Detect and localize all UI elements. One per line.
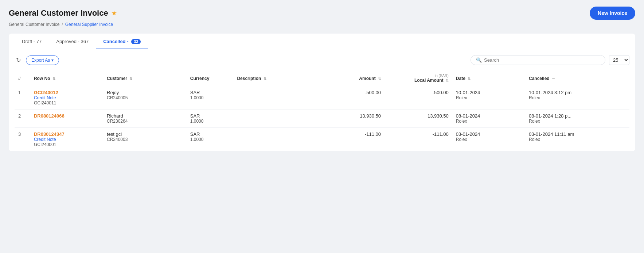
cancelled-badge: 33 [131,39,141,44]
tabs-row: Draft - 77 Approved - 367 Cancelled - 33 [9,34,635,49]
cell-localamt: 13,930.50 [385,110,452,128]
cell-num: 1 [15,86,30,110]
customer-ref: CR230264 [107,119,183,124]
cell-date: 10-01-2024 Rolex [452,86,525,110]
breadcrumb-link[interactable]: General Supplier Invoice [65,22,113,27]
col-header-rowno[interactable]: Row No ⇅ [30,71,103,86]
cell-amount: -111.00 [317,128,385,151]
credit-note-link[interactable]: Credit Note [34,95,99,100]
cell-rowno: DR080124066 [30,110,103,128]
breadcrumb-current: General Customer Invoice [9,22,59,27]
currency-code: SAR [190,131,200,137]
tab-approved[interactable]: Approved - 367 [49,34,96,49]
cell-customer: test gci CR240003 [103,128,187,151]
credit-note-link[interactable]: Credit Note [34,137,99,142]
cell-description [233,86,317,110]
cell-cancelled: 03-01-2024 11:11 am Rolex [525,128,629,151]
invoices-table: # Row No ⇅ Customer ⇅ Currency Descripti [15,71,629,151]
cell-description [233,128,317,151]
col-header-date[interactable]: Date ⇅ [452,71,525,86]
sort-customer-icon: ⇅ [129,77,132,81]
cell-amount: -500.00 [317,86,385,110]
col-header-currency: Currency [187,71,234,86]
table-row: 1 GCI240012 Credit Note GCI240011 Rejoy … [15,86,629,110]
cell-date: 03-01-2024 Rolex [452,128,525,151]
cancelled-sub: Rolex [529,137,626,142]
search-input[interactable] [484,57,600,63]
cell-currency: SAR 1.0000 [187,86,234,110]
new-invoice-button[interactable]: New Invoice [590,7,635,20]
cell-rowno: DR030124347 Credit Note GCI240001 [30,128,103,151]
cell-localamt: -500.00 [385,86,452,110]
search-box: 🔍 [471,55,605,65]
cell-currency: SAR 1.0000 [187,128,234,151]
col-header-description[interactable]: Description ⇅ [233,71,317,86]
col-header-hash: # [15,71,30,86]
invoice-id-link[interactable]: DR030124347 [34,131,99,137]
chevron-down-icon: ▾ [51,58,54,63]
cancelled-col-dots: ··· [552,77,555,81]
cancelled-datetime: 08-01-2024 1:28 p... [529,113,571,119]
cancelled-sub: Rolex [529,95,626,100]
tab-draft[interactable]: Draft - 77 [15,34,49,49]
col-header-localamt[interactable]: in (SAR) Local Amount ⇅ [385,71,452,86]
cell-num: 2 [15,110,30,128]
sub-invoice-id: GCI240011 [34,100,99,106]
date-value: 10-01-2024 [456,90,480,95]
star-icon[interactable]: ★ [111,9,117,17]
date-sub: Rolex [456,95,522,100]
cell-currency: SAR 1.0000 [187,110,234,128]
col-header-customer[interactable]: Customer ⇅ [103,71,187,86]
per-page-select[interactable]: 25 50 100 [609,55,629,65]
date-value: 03-01-2024 [456,131,480,137]
cell-customer: Rejoy CR240005 [103,86,187,110]
currency-rate: 1.0000 [190,137,230,142]
invoice-id-link[interactable]: GCI240012 [34,90,99,95]
export-as-button[interactable]: Export As ▾ [26,55,59,65]
cancelled-datetime: 03-01-2024 11:11 am [529,131,574,137]
col-header-amount[interactable]: Amount ⇅ [317,71,385,86]
cell-description [233,110,317,128]
col-header-cancelled: Cancelled ··· [525,71,629,86]
sort-desc-icon: ⇅ [264,77,266,81]
tab-cancelled[interactable]: Cancelled - 33 [96,34,148,49]
sort-rowno-icon: ⇅ [52,77,55,81]
table-row: 2 DR080124066 Richard CR230264 SAR 1.000… [15,110,629,128]
sort-localamt-icon: ⇅ [446,78,449,83]
cell-num: 3 [15,128,30,151]
sort-date-icon: ⇅ [468,77,471,81]
customer-ref: CR240005 [107,95,183,100]
currency-code: SAR [190,113,200,119]
customer-ref: CR240003 [107,137,183,142]
currency-code: SAR [190,90,200,95]
breadcrumb: General Customer Invoice / General Suppl… [9,22,635,27]
cell-date: 08-01-2024 Rolex [452,110,525,128]
date-sub: Rolex [456,137,522,142]
cell-customer: Richard CR230264 [103,110,187,128]
cell-cancelled: 08-01-2024 1:28 p... Rolex [525,110,629,128]
cell-amount: 13,930.50 [317,110,385,128]
date-value: 08-01-2024 [456,113,480,119]
customer-name: Richard [107,113,123,119]
cell-localamt: -111.00 [385,128,452,151]
content-area: ↻ Export As ▾ 🔍 25 50 100 [9,49,635,151]
currency-rate: 1.0000 [190,119,230,124]
cell-cancelled: 10-01-2024 3:12 pm Rolex [525,86,629,110]
toolbar: ↻ Export As ▾ 🔍 25 50 100 [15,55,629,65]
customer-name: test gci [107,131,122,137]
invoice-id-link[interactable]: DR080124066 [34,113,99,119]
breadcrumb-separator: / [62,22,63,27]
sub-invoice-id: GCI240001 [34,142,99,147]
cancelled-sub: Rolex [529,119,626,124]
sort-amount-icon: ⇅ [378,77,381,81]
date-sub: Rolex [456,119,522,124]
table-row: 3 DR030124347 Credit Note GCI240001 test… [15,128,629,151]
cell-rowno: GCI240012 Credit Note GCI240011 [30,86,103,110]
search-icon: 🔍 [476,57,482,63]
cancelled-datetime: 10-01-2024 3:12 pm [529,90,571,95]
customer-name: Rejoy [107,90,119,95]
currency-rate: 1.0000 [190,95,230,100]
page-title: General Customer Invoice [9,8,108,18]
refresh-button[interactable]: ↻ [15,55,22,65]
